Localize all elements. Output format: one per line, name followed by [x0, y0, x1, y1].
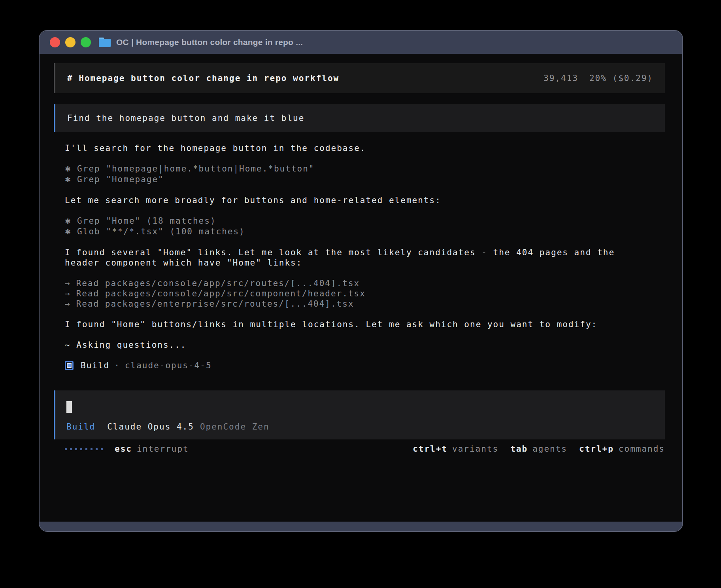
hint-label: commands: [619, 444, 665, 454]
arrow-right-icon: →: [65, 299, 71, 309]
arrow-right-icon: →: [65, 278, 71, 288]
asking-questions-status: ~ Asking questions...: [65, 340, 665, 350]
assistant-text: I found "Home" buttons/links in multiple…: [65, 319, 626, 330]
tool-call-text: Read packages/enterprise/src/routes/[...…: [76, 299, 354, 309]
hint-agents: tab agents: [510, 444, 567, 454]
session-title: # Homepage button color change in repo w…: [67, 73, 339, 83]
tool-call-text: Read packages/console/app/src/routes/[..…: [76, 279, 360, 288]
session-stats: 39,413 20% ($0.29): [544, 73, 653, 83]
tool-call: →Read packages/console/app/src/routes/[.…: [65, 278, 665, 288]
tool-call: ✱Glob "**/*.tsx" (100 matches): [65, 226, 665, 237]
tool-asterisk-icon: ✱: [65, 227, 72, 237]
active-agent-label[interactable]: Build: [66, 422, 95, 432]
close-window-button[interactable]: [50, 37, 60, 47]
assistant-text: I found several "Home" links. Let me loo…: [65, 247, 626, 268]
user-message: Find the homepage button and make it blu…: [54, 104, 665, 132]
assistant-text: Let me search more broadly for buttons a…: [65, 195, 665, 205]
tool-call-text: Grep "Homepage": [77, 175, 164, 184]
hint-commands: ctrl+p commands: [579, 444, 665, 454]
token-count: 39,413: [544, 73, 578, 83]
esc-label: interrupt: [137, 444, 189, 454]
tool-call-text: Grep "homepage|home.*button|Home.*button…: [77, 164, 314, 173]
minimize-window-button[interactable]: [65, 37, 75, 47]
esc-key: esc: [115, 444, 132, 454]
tool-call: →Read packages/enterprise/src/routes/[..…: [65, 299, 665, 309]
tool-asterisk-icon: ✱: [65, 216, 72, 226]
user-message-text: Find the homepage button and make it blu…: [67, 113, 304, 123]
model-info-row: Build Claude Opus 4.5 OpenCode Zen: [66, 422, 654, 432]
hint-label: variants: [452, 444, 498, 454]
agent-model: claude-opus-4-5: [125, 360, 212, 371]
active-model-label[interactable]: Claude Opus 4.5: [107, 422, 194, 432]
tool-call: ✱Grep "Homepage": [65, 174, 665, 185]
window-footer: [40, 522, 682, 531]
tool-call-group: →Read packages/console/app/src/routes/[.…: [65, 278, 665, 309]
tool-call-text: Read packages/console/app/src/component/…: [76, 289, 366, 298]
agent-status-row: Build · claude-opus-4-5: [65, 360, 665, 371]
model-provider-label: OpenCode Zen: [200, 422, 270, 432]
tool-call-group: ✱Grep "homepage|home.*button|Home.*butto…: [65, 164, 665, 185]
tool-call: ✱Grep "Home" (18 matches): [65, 216, 665, 226]
tool-call-text: Grep "Home" (18 matches): [77, 216, 216, 226]
status-bar: esc interrupt ctrl+t variants tab agents…: [54, 443, 665, 454]
hint-label: agents: [532, 444, 567, 454]
traffic-lights: [50, 37, 91, 47]
session-header: # Homepage button color change in repo w…: [54, 63, 665, 93]
spinner-dots-icon: [65, 448, 103, 450]
window-titlebar[interactable]: OC | Homepage button color change in rep…: [40, 31, 682, 54]
tool-call-group: ✱Grep "Home" (18 matches) ✱Glob "**/*.ts…: [65, 216, 665, 237]
conversation: I'll search for the homepage button in t…: [65, 143, 665, 381]
assistant-text: I'll search for the homepage button in t…: [65, 143, 665, 153]
zoom-window-button[interactable]: [81, 37, 91, 47]
text-cursor: [66, 401, 72, 413]
hint-variants: ctrl+t variants: [413, 444, 498, 454]
keyboard-hints: ctrl+t variants tab agents ctrl+p comman…: [401, 444, 665, 454]
agent-build-icon: [65, 361, 74, 370]
tool-call: ✱Grep "homepage|home.*button|Home.*butto…: [65, 164, 665, 174]
tool-call: →Read packages/console/app/src/component…: [65, 288, 665, 299]
terminal-content: # Homepage button color change in repo w…: [40, 54, 682, 522]
hint-key: ctrl+t: [413, 444, 447, 454]
folder-icon: [99, 38, 111, 47]
prompt-input[interactable]: Build Claude Opus 4.5 OpenCode Zen: [54, 390, 665, 439]
hint-key: ctrl+p: [579, 444, 614, 454]
separator-dot: ·: [114, 360, 120, 371]
window-title: OC | Homepage button color change in rep…: [116, 38, 303, 47]
context-usage: 20% ($0.29): [589, 73, 653, 83]
tool-asterisk-icon: ✱: [65, 164, 72, 174]
terminal-window: OC | Homepage button color change in rep…: [39, 30, 683, 532]
tool-call-text: Glob "**/*.tsx" (100 matches): [77, 227, 245, 236]
agent-name: Build: [81, 360, 109, 371]
tool-asterisk-icon: ✱: [65, 175, 72, 185]
arrow-right-icon: →: [65, 288, 71, 299]
hint-key: tab: [510, 444, 528, 454]
